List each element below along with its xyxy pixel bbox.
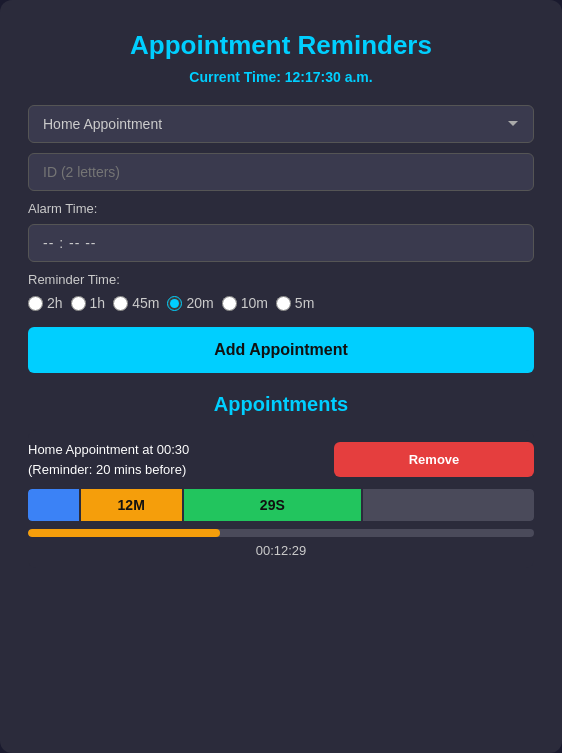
appointment-type-select[interactable]: Home Appointment Doctor Appointment Work… (28, 105, 534, 143)
timer-segment-gray (363, 489, 534, 521)
appointment-info: Home Appointment at 00:30 (Reminder: 20 … (28, 440, 189, 479)
time-remaining: 00:12:29 (28, 543, 534, 558)
alarm-time-section: Alarm Time: -- : -- -- (28, 201, 534, 262)
appointment-reminder-note: (Reminder: 20 mins before) (28, 460, 189, 480)
main-container: Appointment Reminders Current Time: 12:1… (0, 0, 562, 753)
appointment-name-time: Home Appointment at 00:30 (28, 440, 189, 460)
reminder-1h[interactable]: 1h (71, 295, 106, 311)
reminder-45m[interactable]: 45m (113, 295, 159, 311)
form-section: Home Appointment Doctor Appointment Work… (28, 105, 534, 373)
progress-bar-inner (28, 529, 220, 537)
reminder-time-section: Reminder Time: 2h 1h 45m 20m (28, 272, 534, 311)
appointment-card: Home Appointment at 00:30 (Reminder: 20 … (28, 430, 534, 568)
timer-bar: 12M 29S (28, 489, 534, 521)
reminder-5m[interactable]: 5m (276, 295, 314, 311)
reminder-time-label: Reminder Time: (28, 272, 534, 287)
reminder-20m[interactable]: 20m (167, 295, 213, 311)
timer-segment-blue (28, 489, 79, 521)
reminder-10m[interactable]: 10m (222, 295, 268, 311)
appointment-header: Home Appointment at 00:30 (Reminder: 20 … (28, 440, 534, 479)
timer-segment-yellow: 12M (81, 489, 182, 521)
remove-button[interactable]: Remove (334, 442, 534, 477)
reminder-radio-group: 2h 1h 45m 20m 10m (28, 295, 534, 311)
add-appointment-button[interactable]: Add Appointment (28, 327, 534, 373)
id-input[interactable] (28, 153, 534, 191)
reminder-2h[interactable]: 2h (28, 295, 63, 311)
appointments-title: Appointments (28, 393, 534, 416)
page-title: Appointment Reminders (28, 30, 534, 61)
alarm-time-label: Alarm Time: (28, 201, 534, 216)
progress-bar-outer (28, 529, 534, 537)
alarm-time-input[interactable]: -- : -- -- (28, 224, 534, 262)
current-time: Current Time: 12:17:30 a.m. (28, 69, 534, 85)
timer-segment-green: 29S (184, 489, 361, 521)
